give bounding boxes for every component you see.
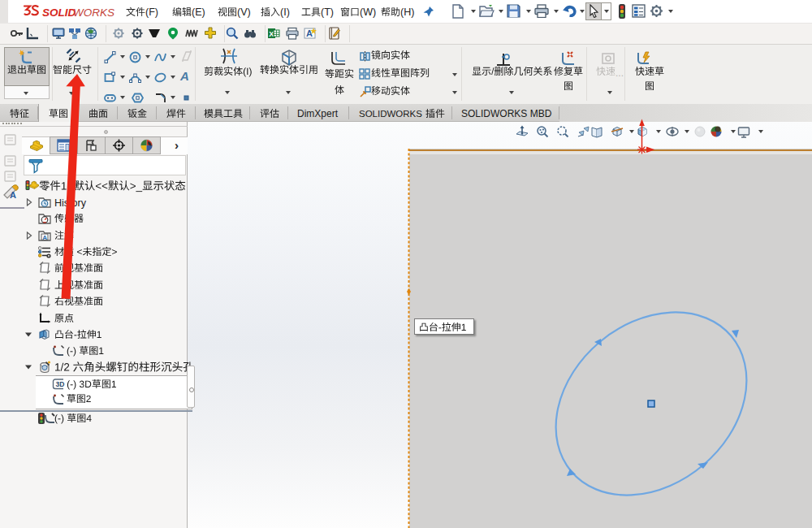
svg-text:A: A [10, 190, 16, 200]
svg-text:SOLID: SOLID [42, 6, 76, 19]
svg-text:X: X [269, 30, 274, 38]
svg-text:WORKS: WORKS [73, 6, 114, 19]
svg-text:A: A [42, 234, 47, 241]
svg-text:3D: 3D [56, 380, 65, 388]
